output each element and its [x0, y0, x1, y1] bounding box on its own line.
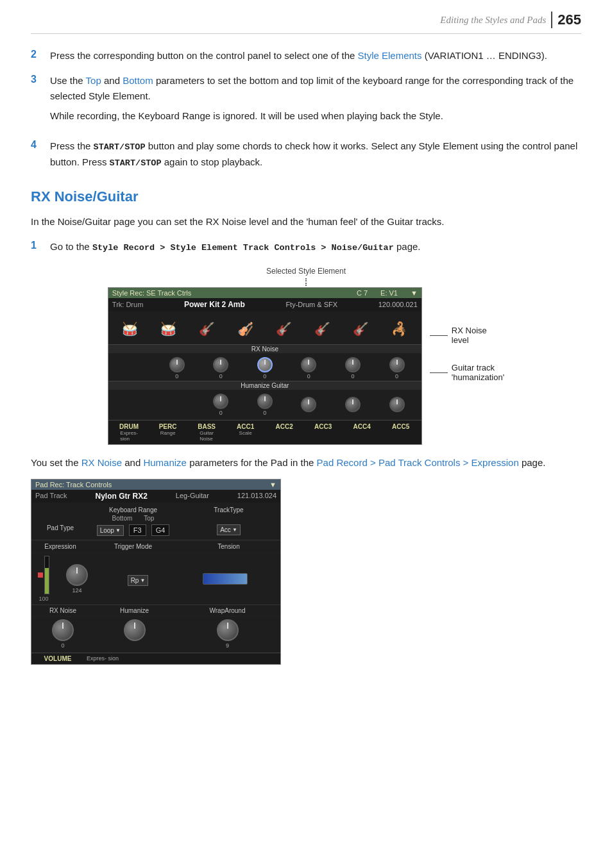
- knob-rx-4[interactable]: 0: [249, 357, 281, 380]
- track-acc4[interactable]: ACC4: [346, 423, 377, 442]
- humanize-row-label: Humanize Guitar: [108, 381, 421, 390]
- track-perc-top: PERC: [159, 423, 177, 430]
- selected-element-label: Selected Style Element: [266, 267, 346, 276]
- track-perc-bottom: Range: [160, 430, 176, 436]
- wraparound-knob[interactable]: [217, 619, 239, 641]
- tracks-row: DRUM Expres-sion PERC Range BASS GuitarN…: [108, 420, 421, 444]
- knob-rx-2-control[interactable]: [169, 357, 185, 372]
- knob-rx-5-control[interactable]: [301, 357, 316, 372]
- knob-rx-3-val: 0: [219, 373, 223, 380]
- annotation-rx-noise: RX Noiselevel: [430, 326, 504, 345]
- knob-rx-2-val: 0: [175, 373, 178, 380]
- track-perc[interactable]: PERC Range: [153, 423, 183, 442]
- track-acc2[interactable]: ACC2: [269, 423, 300, 442]
- track-acc3[interactable]: ACC3: [308, 423, 339, 442]
- step-1-path: Style Record > Style Element Track Contr…: [92, 243, 394, 253]
- pad-kb-range-col: Keyboard Range Bottom Top: [88, 506, 178, 522]
- pad-bottom-vol: VOLUME: [35, 655, 80, 662]
- knob-hz-4[interactable]: 0: [249, 394, 281, 416]
- annotation-rx-line: [430, 335, 448, 336]
- style-rec-titlebar: Style Rec: SE Track Ctrls C 7 E: V1 ▼: [108, 288, 421, 298]
- rp-select[interactable]: Rp ▼: [128, 575, 149, 586]
- rx-noise-inline: RX Noise: [81, 457, 122, 468]
- bottom-label-pad: Bottom: [112, 515, 133, 522]
- start-stop-2: START/STOP: [110, 158, 162, 168]
- wraparound-label: WrapAround: [181, 607, 274, 614]
- titlebar-left: Style Rec: SE Track Ctrls: [112, 289, 191, 297]
- pad-record-path: Pad Record > Pad Track Controls > Expres…: [317, 457, 519, 468]
- knob-rx-7-control[interactable]: [389, 357, 405, 372]
- step-4-text: Press the: [50, 140, 90, 151]
- knob-hz-5-control[interactable]: [301, 397, 316, 412]
- titlebar-right-group: C 7 E: V1 ▼: [357, 289, 418, 297]
- knob-hz-3[interactable]: 0: [205, 394, 237, 416]
- expr-knob-val: 124: [72, 587, 81, 594]
- rx-noise-val: 0: [61, 642, 64, 649]
- pad-grid: Keyboard Range Bottom Top TrackType Pad …: [31, 503, 280, 540]
- instr-guitar1: 🎸: [191, 315, 223, 343]
- knob-hz-7[interactable]: [381, 397, 413, 413]
- humanize-knob[interactable]: [124, 619, 146, 641]
- desc-pad-text1: You set the: [31, 457, 79, 468]
- humanize-inline: Humanize: [143, 457, 187, 468]
- tension-label: Tension: [183, 543, 274, 550]
- instr-guitar4: 🎸: [307, 315, 339, 343]
- rx-noise-heading: RX Noise/Guitar: [31, 188, 581, 205]
- track-acc5[interactable]: ACC5: [386, 423, 416, 442]
- knob-rx-7[interactable]: 0: [381, 357, 413, 380]
- knob-hz-7-control[interactable]: [389, 397, 405, 412]
- rx-noise-knobs: 0 0 0 0 0: [108, 353, 421, 381]
- track-drum[interactable]: DRUM Expres-sion: [114, 423, 144, 442]
- rx-noise-knob[interactable]: [52, 619, 74, 641]
- expression-label: Expression: [38, 543, 83, 550]
- knob-hz-4-control[interactable]: [257, 394, 273, 409]
- vol-bar: [44, 556, 49, 594]
- pad-row2-right: 121.013.024: [237, 492, 276, 501]
- row2-right: 120.000.021: [378, 301, 418, 308]
- instruments-row: 🥁 🥁 🎸 🎻 🎸 🎸 🎸 🦂: [108, 311, 421, 344]
- start-stop-1: START/STOP: [94, 142, 146, 152]
- style-elements-highlight: Style Elements: [357, 50, 421, 61]
- track-acc1[interactable]: ACC1 Scale: [230, 423, 261, 442]
- knob-hz-6-control[interactable]: [345, 397, 361, 412]
- knob-hz-5[interactable]: [293, 397, 325, 413]
- knob-rx-3-control[interactable]: [213, 357, 228, 372]
- acc-select[interactable]: Acc ▼: [217, 524, 241, 535]
- kb-range-controls: Loop ▼ F3 G4: [88, 524, 178, 536]
- expr-nav-label[interactable]: Expres- sion: [87, 655, 119, 662]
- loop-select[interactable]: Loop ▼: [97, 525, 124, 536]
- titlebar-dropdown[interactable]: ▼: [411, 289, 418, 297]
- step-1-content: Go to the Style Record > Style Element T…: [50, 239, 581, 255]
- step-2-number: 2: [31, 48, 50, 63]
- humanize-knobs: 0 0: [108, 390, 421, 420]
- knob-rx-6[interactable]: 0: [337, 357, 369, 380]
- step-2-text2: (VARIATION1 … ENDING3).: [425, 50, 547, 61]
- knob-rx-4-control[interactable]: [257, 357, 273, 372]
- pad-rec-titlebar: Pad Rec: Track Controls ▼: [31, 480, 280, 490]
- expr-knob[interactable]: [66, 564, 88, 586]
- step-3-note: While recording, the Keyboard Range is i…: [50, 108, 581, 123]
- tension-bar[interactable]: [203, 573, 248, 585]
- top-label-pad: Top: [144, 515, 154, 522]
- vol-value: 100: [38, 596, 48, 602]
- dotted-indicator: [305, 278, 307, 286]
- knob-rx-3[interactable]: 0: [205, 357, 237, 380]
- rx-noise-row-label: RX Noise: [108, 344, 421, 353]
- track-acc1-bottom: Scale: [239, 430, 252, 436]
- knob-rx-5[interactable]: 0: [293, 357, 325, 380]
- knob-hz-3-control[interactable]: [213, 394, 228, 409]
- track-bass[interactable]: BASS GuitarNoise: [191, 423, 222, 442]
- step-2-content: Press the corresponding button on the co…: [50, 48, 581, 63]
- pad-rec-row2: Pad Track Nylon Gtr RX2 Leg-Guitar 121.0…: [31, 490, 280, 503]
- knob-hz-6[interactable]: [337, 397, 369, 413]
- rx-noise-label: RX Noise: [38, 607, 88, 614]
- pad-titlebar-dropdown[interactable]: ▼: [269, 481, 276, 488]
- top-highlight: Top: [86, 75, 101, 86]
- knob-hz-3-val: 0: [219, 410, 223, 416]
- knob-rx-6-control[interactable]: [345, 357, 361, 372]
- step-3-text: Use the: [50, 75, 83, 86]
- knob-rx-2[interactable]: 0: [161, 357, 193, 380]
- kb-range-label: Keyboard Range: [109, 506, 157, 513]
- volume-nav-label[interactable]: VOLUME: [44, 655, 72, 662]
- trigger-control: Rp ▼: [99, 572, 176, 586]
